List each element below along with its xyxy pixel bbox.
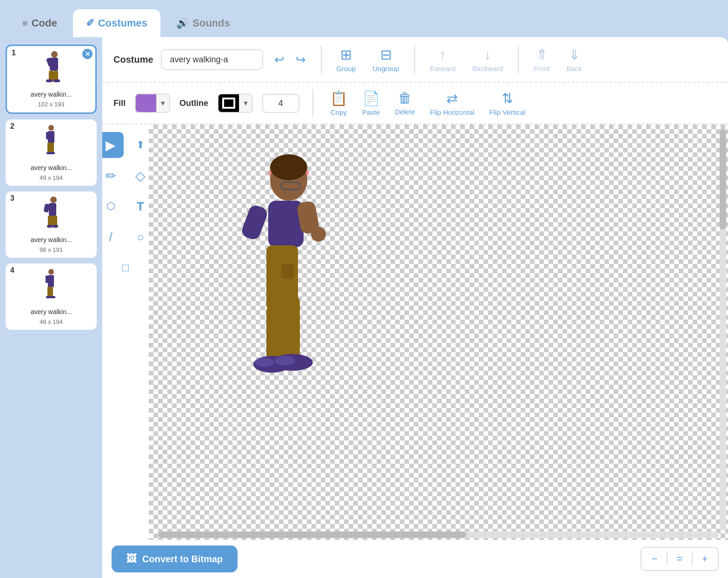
undo-button[interactable]: ↩	[271, 49, 288, 71]
divider-1	[321, 46, 322, 73]
front-button[interactable]: ⇑ Front	[530, 45, 554, 74]
group-button[interactable]: ⊞ Group	[333, 45, 360, 74]
svg-rect-20	[47, 225, 53, 228]
svg-rect-23	[47, 287, 50, 297]
outline-color-picker[interactable]: ▼	[218, 93, 253, 113]
tool-row-2: ✏ ◇	[102, 163, 153, 189]
tab-costumes[interactable]: ✐ Costumes	[73, 9, 160, 37]
svg-point-30	[270, 154, 307, 180]
ungroup-button[interactable]: ⊟ Ungroup	[369, 45, 403, 74]
outline-inner	[222, 98, 235, 109]
stroke-width-input[interactable]	[262, 94, 299, 113]
svg-point-0	[51, 51, 58, 58]
scrollbar-v-thumb	[720, 129, 726, 230]
costume-name-input[interactable]	[161, 49, 263, 70]
costume-label-2: avery walkin...	[31, 164, 72, 171]
zoom-out-button[interactable]: −	[646, 551, 663, 567]
ungroup-icon: ⊟	[380, 46, 392, 63]
sounds-icon: 🔊	[176, 17, 189, 29]
costume-item-3[interactable]: 3 avery walkin... 98 x 191	[6, 191, 97, 258]
costume-thumb-2	[33, 124, 70, 161]
copy-paste-row: 📋 Copy 📄 Paste 🗑 Delete ⇄ Flip Horizonta…	[326, 88, 529, 118]
zoom-divider-1	[667, 552, 668, 565]
svg-rect-10	[51, 143, 54, 153]
copy-icon: 📋	[330, 90, 347, 106]
front-back-row: ⇑ Front ⇓ Back	[530, 45, 586, 74]
svg-rect-33	[240, 204, 269, 241]
svg-point-7	[48, 125, 54, 131]
svg-rect-6	[46, 79, 53, 82]
tool-row-4: / ○	[102, 224, 153, 250]
backward-icon: ↓	[484, 47, 491, 63]
canvas-area[interactable]	[149, 125, 728, 540]
zoom-reset-button[interactable]: =	[671, 551, 688, 567]
costume-size-1: 102 x 193	[38, 101, 64, 108]
costume-close-1[interactable]: ✕	[82, 49, 93, 59]
costume-thumb-3	[33, 196, 70, 233]
costume-size-2: 49 x 194	[40, 174, 63, 181]
divider-2	[414, 46, 415, 73]
convert-label: Convert to Bitmap	[142, 554, 223, 565]
copy-button[interactable]: 📋 Copy	[326, 88, 351, 118]
forward-button[interactable]: ↑ Forward	[426, 45, 459, 74]
delete-button[interactable]: 🗑 Delete	[391, 88, 418, 118]
line-tool[interactable]: /	[102, 224, 124, 250]
svg-point-35	[311, 227, 326, 242]
rect-tool[interactable]: □	[113, 255, 139, 281]
tool-panel: ▶ ⬆ ✏ ◇ ⬡ T / ○ □	[102, 125, 149, 540]
zoom-divider-2	[692, 552, 693, 565]
tab-bar: ≡ Code ✐ Costumes 🔊 Sounds	[0, 0, 728, 37]
svg-point-14	[50, 197, 57, 203]
flip-vertical-button[interactable]: ⇅ Flip Vertical	[486, 88, 529, 118]
fill-color-picker[interactable]: ▼	[135, 93, 170, 113]
costume-size-4: 48 x 194	[40, 318, 63, 325]
costume-item-4[interactable]: 4 avery walkin... 48 x 194	[6, 263, 97, 330]
svg-rect-37	[281, 264, 294, 279]
outline-swatch	[218, 94, 239, 112]
zoom-controls: − = +	[641, 547, 719, 571]
tab-sounds[interactable]: 🔊 Sounds	[163, 9, 243, 37]
scrollbar-vertical[interactable]	[720, 129, 726, 531]
redo-button[interactable]: ↪	[292, 49, 310, 71]
svg-rect-25	[46, 276, 49, 283]
svg-rect-38	[266, 306, 283, 361]
costume-item-1[interactable]: 1 ✕ avery walkin... 102 x 193	[6, 45, 97, 114]
scrollbar-horizontal[interactable]	[158, 532, 719, 538]
outline-label: Outline	[179, 99, 208, 108]
costume-label-4: avery walkin...	[31, 308, 72, 315]
convert-to-bitmap-button[interactable]: 🖼 Convert to Bitmap	[112, 545, 238, 572]
outline-dropdown-arrow[interactable]: ▼	[239, 94, 252, 112]
svg-rect-24	[50, 287, 53, 297]
fill-tool[interactable]: ⬡	[102, 193, 124, 219]
main-content: 1 ✕ avery walkin... 102 x 193 2	[0, 37, 728, 578]
costume-item-2[interactable]: 2 avery walkin... 49 x 194	[6, 119, 97, 186]
zoom-in-button[interactable]: +	[696, 551, 713, 567]
tab-costumes-label: Costumes	[98, 17, 147, 29]
group-icon: ⊞	[340, 46, 352, 63]
back-button[interactable]: ⇓ Back	[563, 45, 586, 74]
editor-area: Costume ↩ ↪ ⊞ Group ⊟ Ungroup	[102, 37, 728, 578]
costume-number-4: 4	[10, 266, 14, 275]
forward-icon: ↑	[439, 47, 446, 63]
toolbar-row2: Fill ▼ Outline ▼ 📋 Copy 📄	[102, 83, 728, 125]
flip-horizontal-button[interactable]: ⇄ Flip Horizontal	[426, 88, 478, 118]
select-tool[interactable]: ▶	[102, 132, 124, 158]
tab-code[interactable]: ≡ Code	[9, 9, 70, 37]
costume-label-text: Costume	[113, 54, 153, 65]
convert-icon: 🖼	[126, 553, 137, 565]
tab-code-label: Code	[32, 17, 57, 29]
character-svg	[223, 152, 339, 413]
paste-button[interactable]: 📄 Paste	[358, 88, 384, 118]
brush-tool[interactable]: ✏	[102, 163, 124, 189]
backward-button[interactable]: ↓ Backward	[469, 45, 507, 74]
tool-row-3: ⬡ T	[102, 193, 153, 219]
svg-rect-19	[53, 225, 58, 228]
tab-sounds-label: Sounds	[192, 17, 230, 29]
costume-thumb-1	[33, 51, 70, 88]
costumes-icon: ✐	[86, 17, 94, 29]
costume-label-3: avery walkin...	[31, 236, 72, 243]
order-row: ↑ Forward ↓ Backward	[426, 45, 507, 74]
fill-label: Fill	[113, 99, 126, 108]
fill-dropdown-arrow[interactable]: ▼	[156, 94, 169, 112]
costume-number-2: 2	[10, 122, 14, 131]
